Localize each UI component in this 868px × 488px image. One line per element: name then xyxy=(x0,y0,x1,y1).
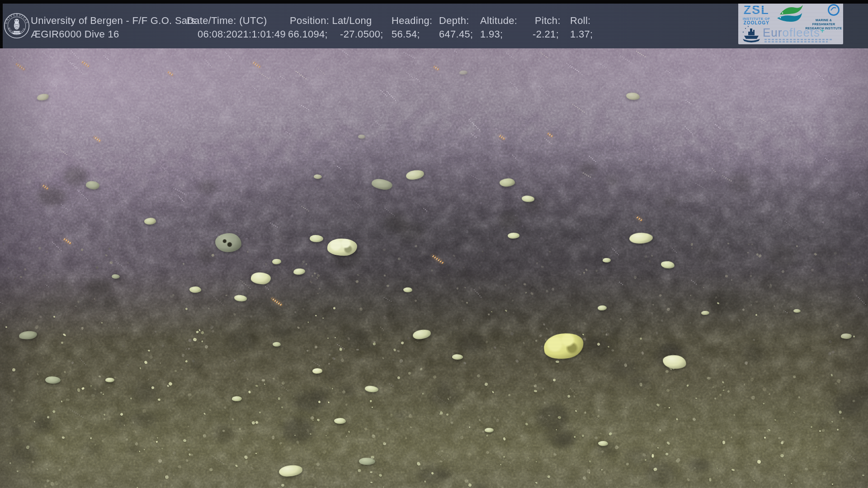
marine-snow-particle xyxy=(264,285,269,290)
orange-snow-streak xyxy=(636,216,642,221)
marine-snow-particle xyxy=(499,456,511,464)
marine-snow-particle xyxy=(714,124,721,130)
marine-snow-particle xyxy=(270,222,278,228)
marine-snow-particle xyxy=(383,296,392,302)
marine-snow-particle xyxy=(653,146,657,151)
position-label: Position: Lat/Long xyxy=(290,15,383,26)
orange-snow-streak xyxy=(16,63,25,70)
marine-snow-particle xyxy=(815,70,826,82)
heading-value: 56.54; xyxy=(392,29,432,39)
marine-snow-particle xyxy=(415,340,418,343)
marine-snow-particle xyxy=(722,175,732,182)
eurofleets-wordmark: Eurofleets+ xyxy=(763,26,825,40)
marine-snow-particle xyxy=(856,296,866,305)
latitude-value: 66.1094; xyxy=(288,29,340,39)
marine-snow-particle xyxy=(342,50,348,55)
marine-snow-particle xyxy=(135,116,148,124)
marine-snow-particle xyxy=(501,429,507,434)
orange-snow-streak xyxy=(168,71,173,76)
marine-snow-particle xyxy=(204,59,212,68)
marine-snow-particle xyxy=(70,409,83,418)
marine-snow-particle xyxy=(471,133,477,138)
marine-snow-particle xyxy=(690,279,697,285)
eurofleets-plus: + xyxy=(820,26,825,35)
marine-snow-particle xyxy=(544,138,552,144)
depth-value: 647.45; xyxy=(439,29,473,39)
orange-snow-streak xyxy=(434,66,439,70)
marine-snow-particle xyxy=(471,175,481,181)
roll-value: 1.37; xyxy=(570,29,593,39)
eurofleets-logo: Eurofleets+ xyxy=(740,25,841,43)
marine-snow-particle xyxy=(473,289,482,298)
marine-snow-particle xyxy=(663,450,669,455)
orange-snow-streak xyxy=(94,136,100,142)
longitude-value: -27.0500; xyxy=(340,29,383,39)
marine-snow-particle xyxy=(301,206,309,212)
altitude-label: Altitude: xyxy=(480,15,517,26)
roll-label: Roll: xyxy=(570,15,593,26)
marine-snow-particle xyxy=(374,120,382,126)
roll-field: Roll: 1.37; xyxy=(570,15,593,39)
marine-snow-particle xyxy=(389,383,394,387)
marine-snow-particle xyxy=(259,72,269,79)
marine-snow-particle xyxy=(299,104,309,110)
depth-field: Depth: 647.45; xyxy=(439,15,473,39)
vessel-title: University of Bergen - F/F G.O. Sars xyxy=(31,15,196,26)
marine-snow-particle xyxy=(468,119,480,131)
depth-label: Depth: xyxy=(439,15,473,26)
marine-snow-particle xyxy=(384,207,395,216)
marine-snow-particle xyxy=(71,50,79,58)
marine-snow-particle xyxy=(336,343,345,350)
marine-snow-particle xyxy=(406,71,414,79)
marine-snow-particle xyxy=(102,54,109,60)
marine-snow-particle xyxy=(51,241,62,251)
marine-snow-particle xyxy=(684,99,692,104)
marine-snow-particle xyxy=(618,55,632,63)
marine-snow-particle xyxy=(150,442,160,450)
mfri-fish-icon xyxy=(774,4,805,26)
altitude-value: 1.93; xyxy=(480,29,517,39)
marine-snow-particle xyxy=(569,387,576,395)
marine-snow-particle xyxy=(295,70,307,79)
heading-field: Heading: 56.54; xyxy=(392,15,432,39)
marine-snow-particle xyxy=(671,247,677,253)
marine-snow-particle xyxy=(591,413,599,421)
marine-snow-particle xyxy=(694,183,703,188)
marine-snow-particle xyxy=(539,52,548,58)
marine-snow-particle xyxy=(403,52,415,59)
marine-snow-particle xyxy=(856,192,861,196)
marine-snow-particle xyxy=(224,52,233,61)
marine-snow-particle xyxy=(666,70,672,75)
position-field: Position: Lat/Long 66.1094; -27.0500; xyxy=(288,15,383,39)
marine-snow-particle xyxy=(172,187,185,194)
marine-snow-particle xyxy=(453,50,457,52)
orange-snow-streak xyxy=(252,61,260,68)
marine-snow-particle xyxy=(636,51,646,57)
marine-snow-particle xyxy=(45,284,49,287)
marine-snow-particle xyxy=(77,189,88,200)
marine-snow-particle xyxy=(213,296,224,305)
marine-snow-particle xyxy=(72,63,84,75)
marine-snow-particle xyxy=(281,384,288,391)
marine-snow-particle xyxy=(26,53,32,58)
marine-snow-particle xyxy=(784,220,795,230)
marine-snow-layer xyxy=(0,48,868,488)
datetime-field: Date/Time: (UTC) 06:08:2021:1:01:49 xyxy=(187,15,286,39)
marine-snow-particle xyxy=(570,65,579,72)
letterbox-left-sliver xyxy=(0,4,3,48)
marine-snow-particle xyxy=(612,146,617,149)
marine-snow-particle xyxy=(500,139,503,142)
zsl-logo: ZSL INSTITUTE OF ZOOLOGY xyxy=(743,4,770,25)
marine-snow-particle xyxy=(253,87,257,90)
marine-snow-particle xyxy=(796,74,803,80)
marine-snow-particle xyxy=(336,165,342,169)
marine-snow-particle xyxy=(512,154,516,158)
datetime-value: 06:08:2021:1:01:49 xyxy=(198,29,286,39)
marine-snow-particle xyxy=(783,310,788,313)
marine-snow-particle xyxy=(540,414,547,419)
orange-snow-streak xyxy=(63,238,71,244)
video-frame: UNIVERSITAS BERGENSIS University of Berg… xyxy=(0,0,868,488)
marine-snow-particle xyxy=(316,66,326,75)
eurofleets-tagline-line xyxy=(764,41,828,42)
marine-snow-particle xyxy=(759,117,765,122)
